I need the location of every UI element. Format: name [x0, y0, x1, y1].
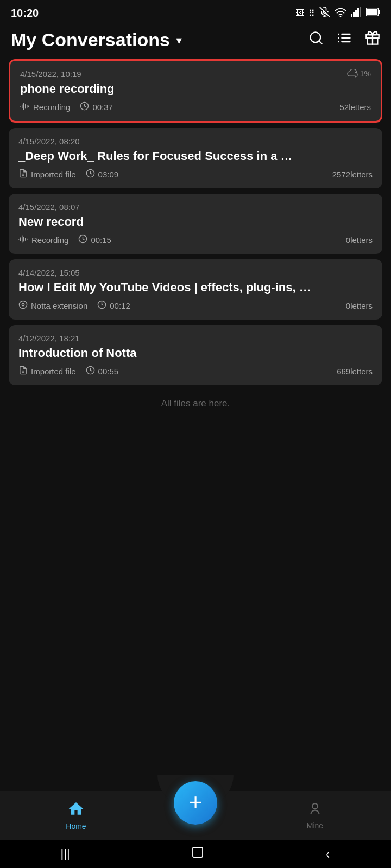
header-actions — [308, 30, 380, 49]
import-icon-2 — [18, 169, 28, 180]
card-notta-intro[interactable]: 4/12/2022, 18:21 Introduction of Notta I… — [9, 325, 382, 385]
card-phone-recording[interactable]: 4/15/2022, 10:19 1% phone recording — [9, 59, 382, 123]
gift-icon[interactable] — [365, 30, 380, 49]
android-menu-button[interactable]: ||| — [61, 847, 70, 861]
card-duration-label-4: 00:12 — [110, 301, 130, 310]
card-type-1: Recording — [20, 102, 70, 112]
card-letters-5: 669letters — [337, 367, 373, 376]
waveform-icon-3 — [18, 235, 28, 245]
card-duration-label-2: 03:09 — [98, 170, 119, 179]
cards-container: 4/15/2022, 10:19 1% phone recording — [0, 59, 391, 385]
status-time: 10:20 — [11, 7, 39, 20]
clock-icon-2 — [86, 169, 95, 180]
svg-rect-11 — [367, 9, 377, 15]
nav-mine-item[interactable]: Mine — [239, 801, 391, 830]
page-title: My Conversations — [11, 29, 170, 50]
card-deep-work[interactable]: 4/15/2022, 08:20 _Deep Work_ Rules for F… — [9, 128, 382, 188]
card-meta-2: Imported file 03:09 2572letters — [18, 169, 373, 180]
card-meta-left-2: Imported file 03:09 — [18, 169, 118, 180]
card-type-label-2: Imported file — [31, 170, 76, 179]
svg-rect-6 — [355, 10, 357, 17]
card-youtube[interactable]: 4/14/2022, 15:05 How I Edit My YouTube V… — [9, 259, 382, 320]
svg-point-38 — [19, 301, 27, 308]
card-type-label-1: Recording — [33, 103, 70, 112]
title-dropdown-arrow[interactable]: ▼ — [174, 35, 184, 47]
import-icon-5 — [18, 366, 28, 376]
android-home-button[interactable] — [191, 846, 204, 862]
card-meta-left-3: Recording 00:15 — [18, 234, 111, 245]
list-filter-icon[interactable] — [337, 30, 352, 49]
status-bar: 10:20 🖼 ⠿ — [0, 0, 391, 24]
fab-button[interactable]: + — [174, 781, 217, 825]
cloud-percent-1: 1% — [360, 69, 371, 78]
notta-icon-4 — [18, 300, 28, 311]
card-type-label-4: Notta extension — [31, 301, 87, 310]
card-type-2: Imported file — [18, 169, 76, 180]
dots-icon: ⠿ — [308, 8, 315, 18]
all-files-text: All files are here. — [0, 385, 391, 431]
card-duration-label-5: 00:55 — [98, 367, 119, 376]
clock-icon-5 — [86, 366, 95, 376]
card-meta-4: Notta extension 00:12 0letters — [18, 300, 373, 311]
svg-rect-7 — [357, 8, 359, 17]
clock-icon-1 — [80, 101, 89, 112]
card-cloud-1: 1% — [347, 69, 371, 78]
card-meta-left-5: Imported file 00:55 — [18, 366, 118, 376]
card-meta-left-1: Recording 00:37 — [20, 101, 113, 112]
svg-rect-5 — [353, 12, 355, 17]
clock-icon-4 — [97, 300, 106, 311]
photo-icon: 🖼 — [295, 8, 304, 18]
signal-icon — [351, 7, 362, 19]
card-title-5: Introduction of Notta — [18, 346, 373, 360]
card-type-5: Imported file — [18, 366, 76, 376]
fab-plus-icon: + — [188, 790, 203, 814]
card-title-1: phone recording — [20, 82, 371, 96]
card-title-3: New record — [18, 215, 373, 229]
card-date-1: 4/15/2022, 10:19 — [20, 69, 81, 79]
card-duration-5: 00:55 — [86, 366, 119, 376]
card-duration-label-3: 00:15 — [91, 235, 111, 245]
card-duration-label-1: 00:37 — [92, 103, 113, 112]
header: My Conversations ▼ — [0, 24, 391, 59]
card-date-3: 4/15/2022, 08:07 — [18, 202, 80, 212]
nav-home-item[interactable]: Home — [0, 800, 152, 831]
svg-rect-44 — [193, 847, 203, 857]
card-date-5: 4/12/2022, 18:21 — [18, 334, 80, 343]
card-duration-1: 00:37 — [80, 101, 113, 112]
wifi-icon — [335, 7, 346, 19]
card-duration-4: 00:12 — [97, 300, 130, 311]
status-icons: 🖼 ⠿ — [295, 7, 380, 20]
mute-icon — [319, 7, 330, 20]
card-letters-3: 0letters — [346, 235, 373, 245]
card-duration-3: 00:15 — [78, 234, 111, 245]
card-meta-left-4: Notta extension 00:12 — [18, 300, 130, 311]
card-title-2: _Deep Work_ Rules for Focused Success in… — [18, 149, 373, 163]
home-label: Home — [66, 822, 86, 831]
svg-point-39 — [22, 303, 24, 305]
card-duration-2: 03:09 — [86, 169, 119, 180]
android-navigation-bar: ||| ‹ — [0, 840, 391, 868]
card-letters-1: 52letters — [339, 103, 371, 112]
search-icon[interactable] — [308, 30, 324, 49]
android-back-button[interactable]: ‹ — [326, 845, 330, 863]
card-meta-1: Recording 00:37 52letters — [20, 101, 371, 112]
card-type-label-3: Recording — [31, 235, 68, 245]
card-date-2: 4/15/2022, 08:20 — [18, 137, 80, 146]
svg-point-3 — [340, 16, 342, 17]
card-type-4: Notta extension — [18, 300, 87, 311]
clock-icon-3 — [78, 234, 87, 245]
svg-rect-4 — [351, 14, 352, 17]
svg-rect-10 — [379, 10, 380, 14]
card-type-label-5: Imported file — [31, 367, 76, 376]
card-meta-3: Recording 00:15 0letters — [18, 234, 373, 245]
card-letters-4: 0letters — [346, 301, 373, 310]
header-title-group[interactable]: My Conversations ▼ — [11, 29, 184, 50]
card-new-record[interactable]: 4/15/2022, 08:07 New record — [9, 194, 382, 254]
waveform-icon-1 — [20, 102, 30, 112]
card-type-3: Recording — [18, 235, 68, 245]
card-letters-2: 2572letters — [332, 170, 373, 179]
home-icon — [67, 800, 85, 820]
card-title-4: How I Edit My YouTube Videos | effects, … — [18, 280, 373, 295]
card-date-4: 4/14/2022, 15:05 — [18, 268, 80, 277]
svg-line-13 — [319, 41, 321, 43]
